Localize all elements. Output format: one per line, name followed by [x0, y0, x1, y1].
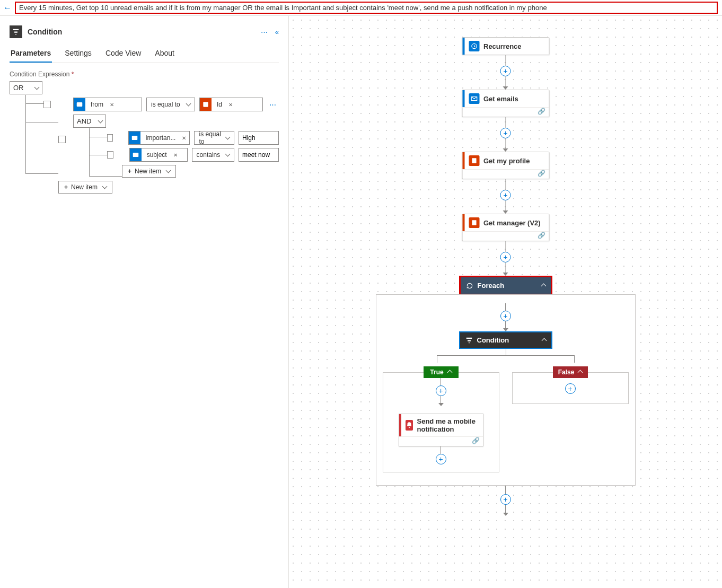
- node-foreach[interactable]: Foreach: [459, 276, 552, 295]
- outlook-icon: [74, 98, 85, 111]
- node-recurrence[interactable]: Recurrence: [462, 37, 549, 55]
- row1-value-chip[interactable]: Id ✕: [199, 98, 263, 111]
- back-arrow-icon[interactable]: ←: [0, 3, 15, 13]
- false-branch: False +: [512, 372, 629, 404]
- false-label[interactable]: False: [553, 366, 588, 378]
- add-step-button[interactable]: +: [500, 311, 511, 321]
- row1-more-icon[interactable]: ⋯: [267, 101, 278, 109]
- add-step-button[interactable]: +: [500, 128, 511, 138]
- row2-value-input[interactable]: [239, 131, 279, 145]
- svg-rect-3: [133, 153, 138, 157]
- add-step-button[interactable]: +: [500, 66, 511, 76]
- tab-code-view[interactable]: Code View: [104, 45, 142, 63]
- node-label: Get manager (V2): [483, 219, 541, 227]
- true-label[interactable]: True: [424, 366, 459, 378]
- condition-icon: [465, 337, 473, 344]
- condition-icon: [10, 25, 22, 38]
- mail-icon: [469, 93, 479, 104]
- node-get-emails[interactable]: Get emails 🔗: [462, 90, 549, 117]
- row2-left-chip[interactable]: importan... ✕: [128, 131, 190, 145]
- svg-rect-2: [132, 136, 138, 140]
- outlook-icon: [129, 131, 140, 144]
- tab-parameters[interactable]: Parameters: [10, 45, 52, 63]
- link-icon: 🔗: [538, 170, 545, 179]
- plus-icon: +: [128, 168, 131, 175]
- collapse-icon[interactable]: [540, 336, 546, 344]
- chip-remove-icon[interactable]: ✕: [179, 135, 189, 141]
- tab-settings[interactable]: Settings: [64, 45, 93, 63]
- inner-operator-select[interactable]: AND: [73, 115, 106, 128]
- node-label: Send me a mobile notification: [417, 417, 479, 433]
- row2-operator-select[interactable]: is equal to: [194, 131, 234, 145]
- svg-rect-1: [203, 102, 208, 107]
- clock-icon: [469, 41, 479, 51]
- office-icon: [469, 155, 479, 166]
- group-checkbox[interactable]: [58, 136, 66, 143]
- node-send-notification[interactable]: Send me a mobile notification 🔗: [399, 414, 483, 446]
- collapse-icon[interactable]: [540, 282, 545, 289]
- inner-new-item-button[interactable]: + New item: [122, 165, 176, 178]
- link-icon: 🔗: [472, 437, 480, 446]
- condition-panel: Condition ⋯ « Parameters Settings Code V…: [0, 16, 289, 588]
- true-branch: True + Send me a mobile notification: [383, 372, 499, 472]
- loop-icon: [466, 282, 473, 289]
- add-step-button[interactable]: +: [436, 454, 446, 464]
- node-label: Get my profile: [483, 157, 530, 165]
- tab-about[interactable]: About: [154, 45, 175, 63]
- panel-collapse-icon[interactable]: «: [275, 28, 279, 36]
- add-step-button[interactable]: +: [500, 190, 511, 200]
- root-operator-select[interactable]: OR: [10, 81, 42, 94]
- row3-left-chip[interactable]: subject ✕: [129, 148, 188, 162]
- node-get-manager[interactable]: Get manager (V2) 🔗: [462, 214, 549, 241]
- row2-checkbox[interactable]: [107, 134, 113, 142]
- svg-rect-0: [77, 102, 83, 107]
- office-users-icon: [200, 98, 212, 111]
- add-step-button[interactable]: +: [500, 252, 511, 262]
- add-step-button[interactable]: +: [500, 494, 511, 505]
- outer-new-item-button[interactable]: + New item: [58, 181, 112, 194]
- link-icon: 🔗: [538, 232, 545, 241]
- row1-left-chip[interactable]: from ✕: [73, 98, 142, 111]
- flow-canvas[interactable]: Recurrence + Get emails 🔗 +: [289, 16, 722, 588]
- panel-tabs: Parameters Settings Code View About: [10, 45, 279, 63]
- row3-value-input[interactable]: [239, 148, 279, 162]
- row3-checkbox[interactable]: [107, 151, 113, 159]
- chip-remove-icon[interactable]: ✕: [225, 102, 236, 108]
- field-label: Condition Expression *: [10, 71, 279, 78]
- node-label: Recurrence: [483, 42, 522, 50]
- svg-rect-5: [472, 158, 476, 163]
- chip-remove-icon[interactable]: ✕: [170, 152, 181, 158]
- row1-checkbox[interactable]: [43, 101, 51, 108]
- add-step-button[interactable]: +: [436, 385, 446, 396]
- svg-rect-6: [472, 220, 476, 225]
- row1-operator-select[interactable]: is equal to: [146, 98, 195, 111]
- plus-icon: +: [64, 183, 68, 191]
- node-get-my-profile[interactable]: Get my profile 🔗: [462, 152, 549, 179]
- node-condition[interactable]: Condition: [459, 331, 552, 349]
- panel-more-icon[interactable]: ⋯: [261, 28, 268, 36]
- row3-operator-select[interactable]: contains: [192, 148, 234, 162]
- outlook-icon: [130, 148, 142, 161]
- link-icon: 🔗: [538, 108, 545, 117]
- bell-icon: [406, 420, 413, 431]
- chip-remove-icon[interactable]: ✕: [107, 102, 117, 108]
- panel-title: Condition: [28, 28, 256, 36]
- flow-description[interactable]: Every 15 minutes, Get top 10 unread emai…: [15, 2, 718, 14]
- node-label: Get emails: [483, 95, 518, 103]
- add-step-button[interactable]: +: [565, 383, 576, 394]
- office-icon: [469, 217, 479, 228]
